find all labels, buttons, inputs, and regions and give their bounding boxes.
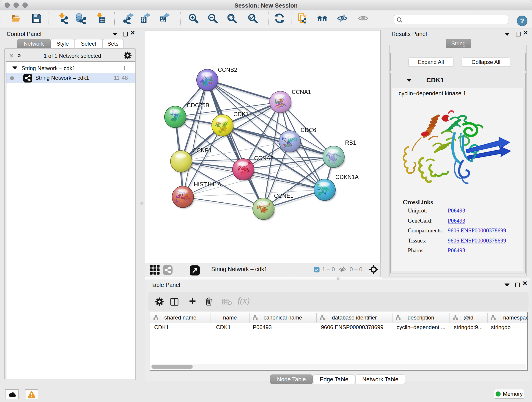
svg-text:CCNB1: CCNB1	[192, 147, 212, 153]
svg-text:CCNE1: CCNE1	[274, 192, 293, 199]
svg-text:CDK1: CDK1	[234, 111, 249, 117]
svg-text:CDKN1A: CDKN1A	[336, 174, 359, 180]
svg-text:CDC25B: CDC25B	[187, 102, 209, 108]
svg-text:CCNB2: CCNB2	[218, 66, 237, 73]
svg-text:?: ?	[520, 17, 524, 25]
svg-text:CCNA2: CCNA2	[254, 155, 273, 161]
svg-text:CDC6: CDC6	[301, 127, 316, 133]
svg-text:CCNA1: CCNA1	[292, 89, 311, 95]
svg-text:RB1: RB1	[345, 139, 356, 146]
svg-text:HIST1H1A: HIST1H1A	[194, 181, 221, 187]
